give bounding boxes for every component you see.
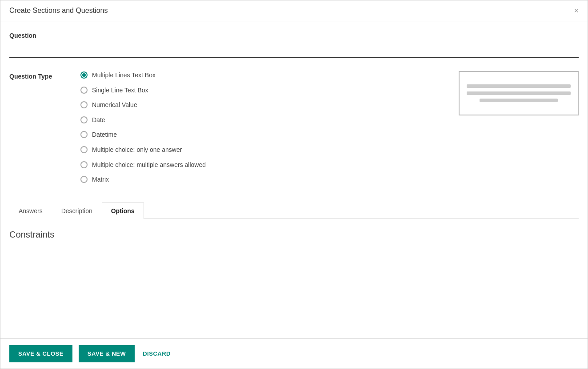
tabs-container: Answers Description Options	[9, 202, 579, 219]
save-close-button[interactable]: SAVE & CLOSE	[9, 345, 72, 362]
radio-choice-one[interactable]	[80, 146, 88, 153]
radio-label-matrix: Matrix	[92, 175, 109, 184]
radio-single-line[interactable]	[80, 87, 88, 94]
radio-item-matrix[interactable]: Matrix	[80, 175, 206, 184]
radio-group: Multiple Lines Text Box Single Line Text…	[80, 71, 206, 184]
discard-button[interactable]: DISCARD	[141, 345, 172, 362]
radio-matrix[interactable]	[80, 176, 88, 183]
tab-options[interactable]: Options	[102, 202, 144, 219]
modal-footer: SAVE & CLOSE SAVE & NEW DISCARD	[0, 338, 588, 369]
question-input[interactable]	[9, 44, 579, 58]
question-type-preview	[459, 71, 579, 115]
radio-item-datetime[interactable]: Datetime	[80, 131, 206, 139]
radio-item-numerical[interactable]: Numerical Value	[80, 101, 206, 110]
radio-datetime[interactable]	[80, 131, 88, 138]
radio-label-multiple-lines: Multiple Lines Text Box	[92, 71, 156, 80]
tab-answers[interactable]: Answers	[9, 202, 52, 219]
preview-line-3	[480, 99, 558, 102]
question-type-label: Question Type	[9, 71, 63, 80]
radio-date[interactable]	[80, 116, 88, 123]
radio-item-single-line[interactable]: Single Line Text Box	[80, 86, 206, 95]
question-label: Question	[9, 32, 579, 39]
save-new-button[interactable]: SAVE & NEW	[79, 345, 135, 362]
radio-label-choice-multiple: Multiple choice: multiple answers allowe…	[92, 161, 206, 170]
radio-choice-multiple[interactable]	[80, 161, 88, 168]
radio-label-choice-one: Multiple choice: only one answer	[92, 146, 182, 155]
radio-multiple-lines[interactable]	[80, 71, 88, 79]
radio-label-numerical: Numerical Value	[92, 101, 137, 110]
preview-line-2	[467, 91, 571, 95]
modal-title: Create Sections and Questions	[9, 7, 108, 15]
modal-header: Create Sections and Questions ×	[0, 0, 588, 21]
radio-item-choice-multiple[interactable]: Multiple choice: multiple answers allowe…	[80, 161, 206, 170]
radio-item-date[interactable]: Date	[80, 116, 206, 125]
radio-numerical[interactable]	[80, 101, 88, 108]
radio-label-datetime: Datetime	[92, 131, 117, 139]
tab-description[interactable]: Description	[52, 202, 102, 219]
radio-item-choice-one[interactable]: Multiple choice: only one answer	[80, 146, 206, 155]
modal-body: Question Question Type Multiple Lines Te…	[0, 21, 588, 338]
close-icon[interactable]: ×	[574, 7, 579, 15]
preview-line-1	[467, 84, 571, 88]
modal-container: Create Sections and Questions × Question…	[0, 0, 588, 369]
radio-label-single-line: Single Line Text Box	[92, 86, 148, 95]
radio-item-multiple-lines[interactable]: Multiple Lines Text Box	[80, 71, 206, 80]
constraints-title: Constraints	[9, 230, 579, 240]
radio-label-date: Date	[92, 116, 105, 125]
question-type-section: Question Type Multiple Lines Text Box Si…	[9, 71, 579, 184]
